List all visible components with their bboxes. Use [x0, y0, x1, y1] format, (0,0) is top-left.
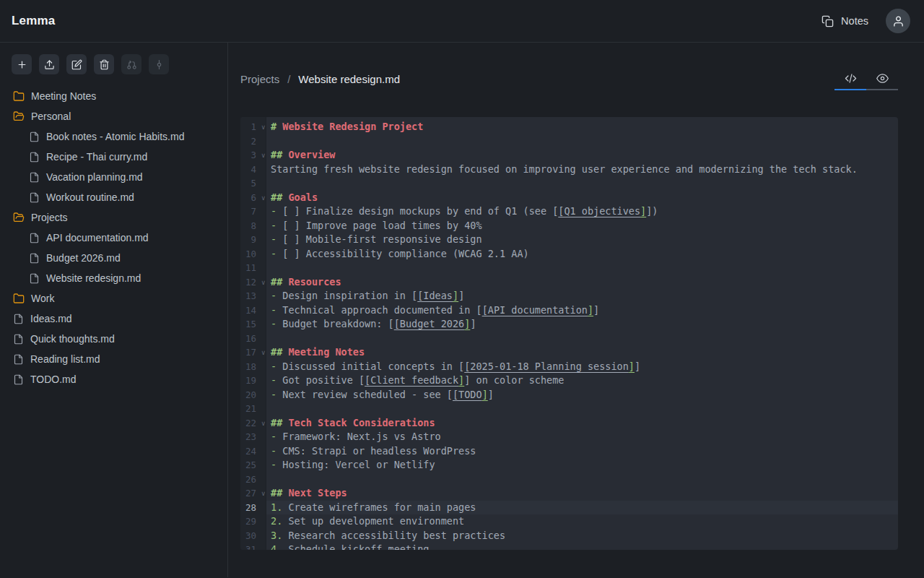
avatar[interactable] [886, 9, 910, 33]
tab-source-view[interactable] [834, 67, 866, 90]
line-number: 7 [240, 204, 266, 219]
fold-chevron-icon[interactable]: ∨ [261, 417, 266, 431]
tree-item-label: Projects [31, 212, 68, 223]
tab-preview-view[interactable] [866, 67, 898, 90]
code-text: ## Resources [266, 275, 898, 290]
editor-line[interactable]: 18- Discussed initial concepts in [[2025… [240, 360, 898, 374]
sidebar-file[interactable]: API documentation.md [12, 228, 227, 248]
editor-line[interactable]: 10- [ ] Accessibility compliance (WCAG 2… [240, 247, 898, 262]
tree-item-label: Vacation planning.md [46, 171, 143, 183]
line-number: 10 [240, 247, 266, 262]
sidebar-file[interactable]: Book notes - Atomic Habits.md [12, 126, 227, 147]
editor-line[interactable]: 14- Technical approach documented in [[A… [240, 303, 898, 318]
sidebar-file[interactable]: Reading list.md [12, 349, 227, 369]
sidebar-file[interactable]: Website redesign.md [12, 268, 227, 288]
line-number: 21 [240, 402, 266, 416]
editor-line[interactable]: 4Starting fresh website redesign focused… [240, 163, 898, 177]
editor-line[interactable]: 27∨## Next Steps [240, 486, 898, 501]
fold-chevron-icon[interactable]: ∨ [261, 191, 266, 206]
editor-line[interactable]: 17∨## Meeting Notes [240, 345, 898, 360]
editor-line[interactable]: 25- Hosting: Vercel or Netlify [240, 458, 898, 473]
editor-line[interactable]: 15- Budget breakdown: [[Budget 2026]] [240, 317, 898, 332]
sidebar-file[interactable]: Ideas.md [12, 309, 227, 329]
tree-item-label: Reading list.md [30, 353, 100, 365]
editor-line[interactable]: 1∨# Website Redesign Project [240, 120, 898, 134]
fold-chevron-icon[interactable]: ∨ [261, 121, 266, 135]
fold-chevron-icon[interactable]: ∨ [261, 487, 266, 501]
app-header: Lemma Notes [0, 0, 924, 43]
sidebar-file[interactable]: Vacation planning.md [12, 167, 227, 187]
fold-chevron-icon[interactable]: ∨ [261, 276, 266, 290]
editor-line[interactable]: 23- Framework: Next.js vs Astro [240, 430, 898, 444]
tree-item-label: Work [31, 293, 54, 304]
sidebar-file[interactable]: Quick thoughts.md [12, 329, 227, 349]
line-number: 16 [240, 332, 266, 346]
line-number: 23 [240, 430, 266, 444]
sidebar-folder[interactable]: Projects [12, 207, 227, 228]
tree-item-label: Workout routine.md [46, 191, 134, 203]
tree-item-label: Book notes - Atomic Habits.md [46, 131, 184, 142]
editor-line[interactable]: 8- [ ] Improve page load times by 40% [240, 219, 898, 233]
editor-line[interactable]: 303. Research accessibility best practic… [240, 529, 898, 543]
editor-line[interactable]: 5 [240, 176, 898, 191]
tree-item-label: API documentation.md [46, 232, 149, 243]
editor-line[interactable]: 7- [ ] Finalize design mockups by end of… [240, 204, 898, 219]
line-number: 4 [240, 163, 266, 177]
editor-line[interactable]: 12∨## Resources [240, 275, 898, 290]
copy-icon [821, 15, 834, 27]
sidebar-folder[interactable]: Meeting Notes [12, 86, 227, 106]
upload-button[interactable] [39, 54, 59, 74]
editor-line[interactable]: 6∨## Goals [240, 191, 898, 205]
notes-button[interactable]: Notes [821, 15, 868, 27]
sidebar-file[interactable]: TODO.md [12, 369, 227, 389]
tree-item-label: Meeting Notes [31, 90, 96, 102]
file-tree: Meeting NotesPersonalBook notes - Atomic… [12, 86, 227, 389]
markdown-editor[interactable]: 1∨# Website Redesign Project23∨## Overvi… [240, 117, 898, 550]
file-icon [29, 192, 40, 203]
upload-icon [44, 59, 55, 70]
fold-chevron-icon[interactable]: ∨ [261, 149, 266, 163]
line-number: 31 [240, 543, 266, 550]
editor-line[interactable]: 9- [ ] Mobile-first responsive design [240, 233, 898, 247]
code-text: - Design inspiration in [[Ideas]] [266, 289, 898, 303]
code-text: # Website Redesign Project [266, 120, 898, 134]
editor-line[interactable]: 3∨## Overview [240, 148, 898, 163]
sidebar-folder[interactable]: Personal [12, 106, 227, 126]
sidebar-file[interactable]: Recipe - Thai curry.md [12, 147, 227, 167]
editor-line[interactable]: 314. Schedule kickoff meeting [240, 543, 898, 550]
file-icon [29, 273, 40, 284]
editor-line[interactable]: 24- CMS: Strapi or headless WordPress [240, 444, 898, 459]
sidebar-file[interactable]: Workout routine.md [12, 187, 227, 207]
line-number: 3∨ [240, 148, 266, 163]
fold-chevron-icon[interactable]: ∨ [261, 346, 266, 361]
tree-item-label: TODO.md [30, 374, 77, 385]
sidebar-file[interactable]: Budget 2026.md [12, 248, 227, 268]
editor-line[interactable]: 20- Next review scheduled - see [[TODO]] [240, 388, 898, 402]
tree-item-label: Personal [31, 111, 71, 122]
code-text: 3. Research accessibility best practices [266, 529, 898, 543]
sidebar-folder[interactable]: Work [12, 288, 227, 309]
editor-line[interactable]: 2 [240, 134, 898, 149]
line-number: 13 [240, 289, 266, 303]
editor-line[interactable]: 16 [240, 332, 898, 346]
editor-line[interactable]: 281. Create wireframes for main pages [240, 501, 898, 515]
code-text: 2. Set up development environment [266, 514, 898, 529]
new-note-button[interactable] [12, 54, 32, 74]
line-number: 25 [240, 458, 266, 473]
breadcrumb-separator: / [287, 73, 290, 85]
editor-line[interactable]: 292. Set up development environment [240, 514, 898, 529]
editor-line[interactable]: 19- Got positive [[Client feedback]] on … [240, 374, 898, 388]
editor-line[interactable]: 13- Design inspiration in [[Ideas]] [240, 289, 898, 303]
file-icon [29, 172, 40, 183]
editor-line[interactable]: 11 [240, 261, 898, 275]
edit-button[interactable] [66, 54, 87, 74]
editor-line[interactable]: 26 [240, 473, 898, 487]
editor-line[interactable]: 22∨## Tech Stack Considerations [240, 416, 898, 431]
delete-button[interactable] [94, 54, 114, 74]
folder-open-icon [13, 212, 25, 223]
code-text: - Next review scheduled - see [[TODO]] [266, 388, 898, 402]
edit-icon [71, 59, 82, 70]
breadcrumb-folder[interactable]: Projects [240, 73, 279, 85]
editor-line[interactable]: 21 [240, 402, 898, 416]
line-number: 2 [240, 134, 266, 149]
